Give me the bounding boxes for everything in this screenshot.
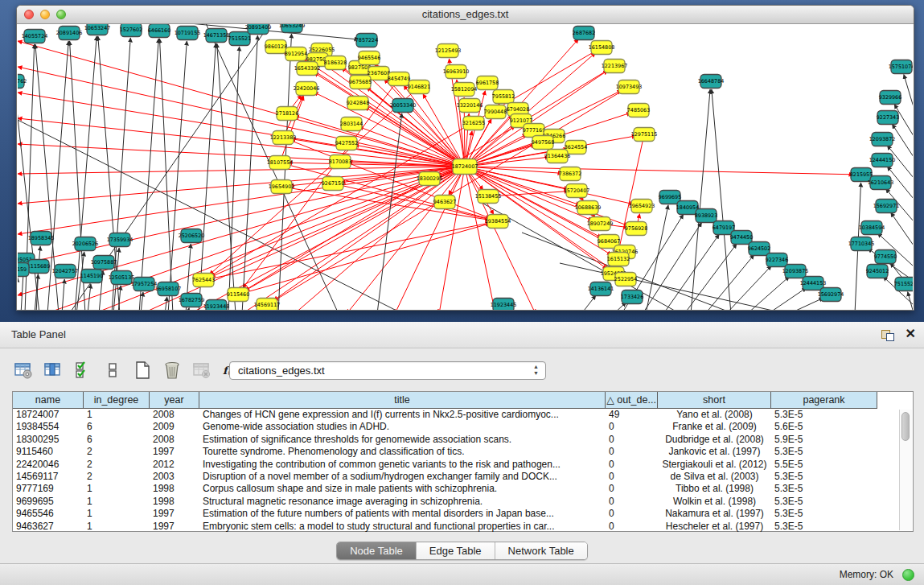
teal-node-17710345[interactable]: 17710345: [848, 237, 875, 251]
yellow-node-12125493[interactable]: 12125493: [435, 44, 462, 58]
yellow-node-10973493[interactable]: 10973493: [616, 80, 643, 94]
cell-in_degree[interactable]: 1: [84, 483, 150, 495]
yellow-node-12975115[interactable]: 12975115: [631, 128, 658, 142]
teal-node-7857224[interactable]: 7857224: [355, 34, 378, 47]
yellow-node-6961758[interactable]: 6961758: [476, 76, 499, 90]
cell-pagerank[interactable]: 5.3E-5: [771, 496, 877, 508]
cell-pagerank[interactable]: 5.9E-5: [771, 434, 877, 446]
yellow-node-22420046[interactable]: 22420046: [294, 82, 320, 96]
cell-out_de[interactable]: 0: [606, 496, 658, 508]
cell-year[interactable]: 2003: [150, 471, 199, 483]
cell-year[interactable]: 1998: [150, 496, 199, 508]
cell-short[interactable]: Yano et al. (2008): [658, 409, 771, 421]
teal-node-11923445[interactable]: 11923445: [491, 299, 517, 311]
column-header-pagerank[interactable]: pagerank: [771, 392, 877, 409]
tab-node-table[interactable]: Node Table: [337, 542, 417, 559]
row-select-icon[interactable]: [72, 360, 93, 381]
network-canvas[interactable]: 1872400798601288912954252260559827505165…: [18, 24, 913, 310]
yellow-node-8912954[interactable]: 8912954: [285, 47, 307, 61]
float-panel-icon[interactable]: [881, 328, 894, 340]
teal-node-12444150[interactable]: 12444150: [869, 154, 896, 167]
cell-short[interactable]: Jankovic et al. (1997): [658, 446, 771, 458]
teal-node-20891406[interactable]: 20891406: [56, 27, 83, 40]
cell-title[interactable]: Genome-wide association studies in ADHD.: [199, 421, 606, 433]
yellow-node-9115460[interactable]: 9115460: [227, 288, 249, 302]
cell-out_de[interactable]: 0: [606, 521, 658, 533]
yellow-node-16543392[interactable]: 16543392: [294, 62, 321, 76]
column-select-icon[interactable]: [43, 360, 64, 381]
yellow-node-9427552[interactable]: 9427552: [335, 137, 358, 150]
cell-out_de[interactable]: 0: [606, 421, 658, 433]
cell-name[interactable]: 14569117: [13, 471, 84, 483]
table-row[interactable]: 911546021997Tourette syndrome. Phenomeno…: [13, 446, 913, 458]
column-header-year[interactable]: year: [150, 392, 199, 409]
network-window[interactable]: citations_edges.txt 18724007986012889129…: [16, 5, 914, 311]
cell-year[interactable]: 1997: [150, 508, 199, 520]
yellow-node-7990448[interactable]: 7990448: [484, 105, 507, 119]
cell-title[interactable]: Estimation of the future numbers of pati…: [199, 508, 606, 520]
teal-node-20053340[interactable]: 20053340: [390, 99, 417, 113]
cell-title[interactable]: Corpus callosum shape and size in male p…: [199, 483, 606, 495]
teal-node-16782759[interactable]: 16782759: [179, 294, 205, 307]
cell-title[interactable]: Tourette syndrome. Phenomenology and cla…: [199, 446, 606, 458]
yellow-node-13220146[interactable]: 13220146: [457, 99, 483, 113]
table-row[interactable]: 1872400712008Changes of HCN gene express…: [13, 409, 913, 421]
cell-short[interactable]: Hescheler et al. (1997): [658, 521, 771, 533]
cell-pagerank[interactable]: 5.3E-5: [771, 471, 877, 483]
teal-node-18958345[interactable]: 18958345: [28, 232, 55, 245]
cell-pagerank[interactable]: 5.3E-5: [771, 508, 877, 520]
teal-node-10719155[interactable]: 10719155: [175, 27, 201, 40]
teal-node-14136141[interactable]: 14136141: [588, 282, 614, 296]
vertical-scrollbar[interactable]: [899, 410, 912, 530]
yellow-node-19654902[interactable]: 19654902: [269, 180, 295, 194]
cell-name[interactable]: 9699695: [13, 496, 84, 508]
teal-node-16648784[interactable]: 16648784: [698, 75, 725, 89]
table-row[interactable]: 2242004622012Investigating the contribut…: [13, 459, 913, 471]
network-graph[interactable]: 1872400798601288912954252260559827505165…: [18, 24, 913, 310]
yellow-node-9463627[interactable]: 9463627: [433, 196, 456, 209]
window-titlebar[interactable]: citations_edges.txt: [17, 6, 914, 24]
cell-year[interactable]: 2008: [150, 434, 199, 446]
close-panel-icon[interactable]: ✕: [906, 328, 916, 340]
column-header-short[interactable]: short: [658, 392, 771, 409]
teal-node-10653247[interactable]: 10653247: [84, 24, 111, 35]
yellow-node-7625443[interactable]: 7625443: [192, 274, 215, 287]
node-table[interactable]: namein_degreeyeartitle△ out_de...shortpa…: [12, 391, 914, 532]
yellow-node-3216255[interactable]: 3216255: [462, 117, 485, 130]
teal-node-9474450[interactable]: 9474450: [730, 231, 753, 245]
teal-node-10384594[interactable]: 10384594: [859, 221, 885, 235]
cell-title[interactable]: Investigating the contribution of common…: [199, 459, 606, 471]
yellow-node-8186328[interactable]: 8186328: [324, 56, 347, 70]
yellow-node-10688639[interactable]: 10688639: [575, 201, 602, 215]
yellow-node-18907249[interactable]: 18907249: [587, 217, 614, 231]
teal-node-8938923[interactable]: 8938923: [695, 209, 717, 223]
cell-title[interactable]: Estimation of significance thresholds fo…: [199, 434, 606, 446]
table-row[interactable]: 1938455462009Genome-wide association stu…: [13, 421, 913, 433]
teal-node-10975887[interactable]: 10975887: [91, 256, 117, 270]
yellow-node-2718126[interactable]: 2718126: [276, 107, 298, 121]
cell-out_de[interactable]: 49: [606, 409, 658, 421]
teal-node-11923448[interactable]: 11923448: [203, 300, 230, 311]
teal-node-9624502[interactable]: 9624502: [748, 242, 770, 256]
cell-name[interactable]: 9777169: [13, 483, 84, 495]
teal-node-39159[interactable]: 39159: [18, 263, 29, 277]
table-row[interactable]: 977716911998Corpus callosum shape and si…: [13, 483, 913, 495]
yellow-node-9267150[interactable]: 9267150: [322, 177, 344, 191]
teal-node-16958107[interactable]: 16958107: [155, 282, 182, 296]
yellow-node-2522954[interactable]: 2522954: [614, 273, 637, 286]
cell-out_de[interactable]: 0: [606, 508, 658, 520]
yellow-node-8170083[interactable]: 8170083: [329, 155, 351, 169]
teal-node-6466160[interactable]: 6466160: [148, 24, 170, 38]
teal-node-10653249[interactable]: 10653249: [279, 24, 306, 33]
new-document-icon[interactable]: [132, 360, 153, 381]
cell-short[interactable]: Nakamura et al. (1997): [658, 508, 771, 520]
cell-in_degree[interactable]: 6: [84, 434, 150, 446]
cell-year[interactable]: 1998: [150, 483, 199, 495]
column-header-out_de[interactable]: △ out_de...: [606, 392, 658, 409]
yellow-node-14569117[interactable]: 14569117: [254, 299, 281, 311]
yellow-node-1615132[interactable]: 1615132: [607, 253, 630, 266]
column-header-in_degree[interactable]: in_degree: [84, 392, 150, 409]
cell-short[interactable]: Stergiakouli et al. (2012): [658, 459, 771, 471]
cell-in_degree[interactable]: 2: [84, 446, 150, 458]
cell-year[interactable]: 1997: [150, 521, 199, 533]
